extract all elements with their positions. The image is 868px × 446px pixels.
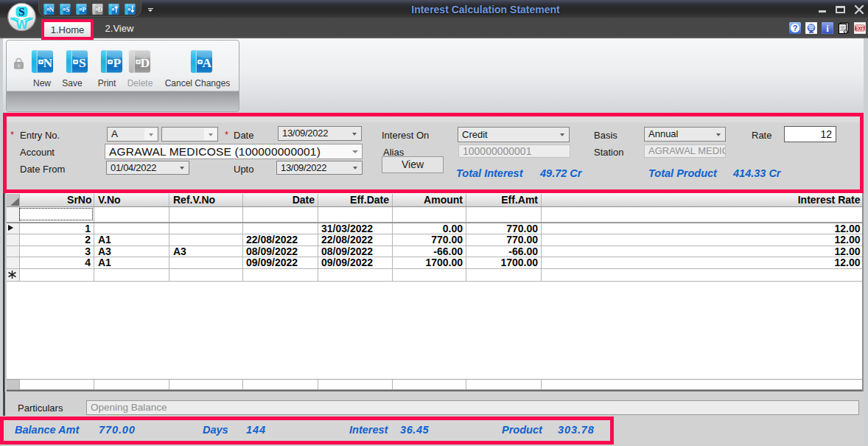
svg-text:D: D <box>140 55 150 70</box>
svg-text:S: S <box>79 55 86 70</box>
svg-text:A: A <box>202 55 211 70</box>
svg-text:S: S <box>66 6 70 13</box>
svg-text:EXIT: EXIT <box>855 26 866 31</box>
svg-text:S: S <box>18 6 24 18</box>
svg-text:W: W <box>15 18 28 32</box>
svg-text:i: i <box>826 23 829 34</box>
svg-text:N: N <box>49 6 55 13</box>
svg-text:P: P <box>82 6 86 13</box>
svg-text:?: ? <box>793 24 798 32</box>
svg-text:D: D <box>98 6 102 13</box>
svg-text:N: N <box>43 55 52 70</box>
svg-text:P: P <box>113 55 121 70</box>
